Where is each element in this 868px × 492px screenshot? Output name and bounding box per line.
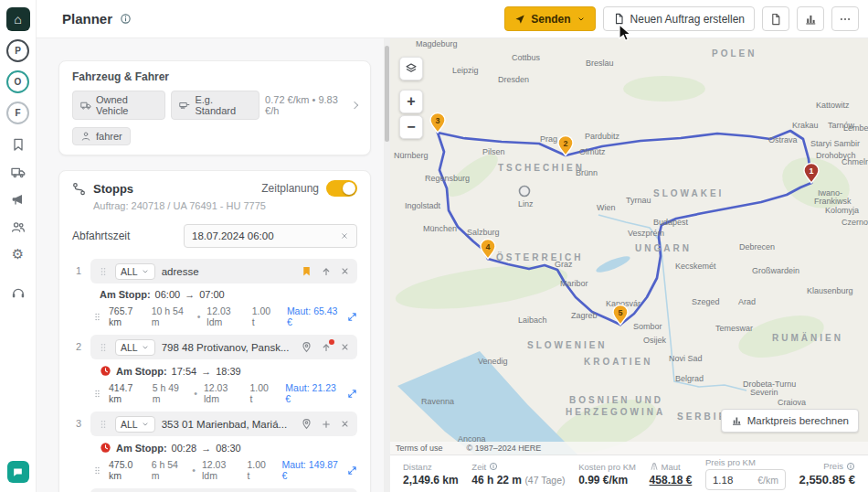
map-waypoint[interactable] [520, 187, 530, 197]
document-button[interactable] [762, 6, 789, 31]
stat-toll: Maut 458.18 € [650, 462, 693, 487]
time-extra: (47 Tage) [524, 475, 565, 486]
sidebar-item-team[interactable] [11, 219, 26, 234]
map-pin-icon[interactable] [301, 341, 312, 353]
drag-handle-icon [92, 465, 102, 476]
report-button[interactable] [797, 6, 824, 31]
leg-toll[interactable]: Maut:21.23 € [285, 382, 341, 404]
price-per-km-input[interactable]: 1.18 €/km [705, 469, 786, 490]
route-icon [72, 182, 86, 196]
vehicle-rate[interactable]: 0.72 €/km • 9.83 €/h [265, 94, 357, 116]
stop-type-select[interactable]: ALL [115, 416, 155, 433]
app-sidebar: ⌂ P O F ⚙ [0, 0, 37, 492]
map-city-label: Krakau [792, 121, 819, 130]
vehicle-rate-label: 0.72 €/km • 9.83 €/h [265, 94, 348, 116]
map-pin-icon[interactable] [301, 418, 312, 430]
drag-handle-icon[interactable] [98, 419, 109, 430]
leg-duration: 5 h 49 m [153, 382, 188, 404]
map-city-label: Zagreb [571, 311, 598, 320]
avatar-o[interactable]: O [6, 70, 29, 93]
sidebar-item-announcements[interactable] [11, 192, 26, 207]
remove-stop-icon[interactable] [340, 266, 350, 276]
leg-toll[interactable]: Maut:65.43 € [287, 305, 341, 327]
cost-per-km-label: Kosten pro KM [578, 462, 636, 472]
am-stopp-label: Am Stopp: [100, 289, 151, 300]
departure-time-value: 18.07.2024 06:00 [192, 230, 274, 241]
map-country-label: UNGARN [635, 243, 692, 253]
sidebar-item-support[interactable] [11, 285, 26, 300]
time-label: Zeit [471, 462, 486, 472]
map-city-label: Ravenna [421, 397, 454, 406]
expand-icon[interactable] [347, 465, 357, 476]
more-options-button[interactable] [831, 6, 859, 31]
map-canvas[interactable]: MagdeburgCottbusLeipzigDresdenBreslauKat… [390, 38, 868, 455]
expand-icon[interactable] [347, 389, 357, 399]
info-icon[interactable] [846, 462, 855, 471]
add-icon[interactable] [321, 419, 332, 430]
vehicle-badge[interactable]: Owned Vehicle [72, 91, 165, 120]
zoom-out-button[interactable]: − [399, 115, 423, 139]
trailer-badge[interactable]: E.g. Standard [171, 91, 259, 120]
map-city-label: Sombor [633, 322, 662, 331]
stop-type-select[interactable]: ALL [115, 263, 155, 280]
sidebar-item-bookmarks[interactable] [11, 137, 26, 152]
am-stopp-label: Am Stopp: [116, 443, 167, 454]
arrow-up-icon [321, 342, 332, 353]
zeitplanung-toggle[interactable] [326, 180, 357, 197]
bookmark-icon[interactable] [301, 265, 312, 277]
map-city-label: Arad [738, 297, 756, 306]
avatar-p[interactable]: P [6, 39, 29, 62]
zoom-in-button[interactable]: + [399, 90, 423, 113]
remove-stop-icon[interactable] [340, 419, 350, 429]
avatar-f[interactable]: F [6, 102, 29, 124]
map-country-label: TSCHECHIEN [498, 163, 585, 173]
map-city-label: Ostrava [768, 135, 798, 144]
info-icon[interactable] [489, 462, 498, 471]
new-order-button[interactable]: Neuen Auftrag erstellen [603, 6, 755, 31]
dot-separator: • [192, 465, 196, 476]
stop-address-row[interactable]: ALL 8764 Pusterwald, Austria [90, 488, 357, 492]
arrow-up-icon[interactable] [321, 266, 332, 277]
drag-handle-icon[interactable] [98, 342, 109, 353]
stop-type-select[interactable]: ALL [115, 339, 155, 356]
person-icon [80, 131, 91, 142]
arrow-up-with-alert[interactable] [321, 342, 332, 353]
map-city-label: Staryi Sambir [810, 139, 860, 148]
stop-address-row[interactable]: ALL 798 48 Protivanov, Pansk... [90, 335, 357, 359]
stop-address-row[interactable]: ALL 353 01 Marienbad, Mariá... [90, 412, 357, 436]
marktpreis-button[interactable]: Marktpreis berechnen [721, 409, 859, 433]
senden-button[interactable]: Senden [504, 6, 595, 31]
leg-toll[interactable]: Maut:149.87 € [282, 459, 341, 481]
map-layers-button[interactable] [399, 57, 423, 80]
trailer-icon [179, 100, 190, 111]
stat-price-per-km: Preis pro KM 1.18 €/km [705, 457, 786, 490]
expand-icon[interactable] [347, 312, 357, 322]
map-city-label: Osijek [643, 336, 667, 345]
stop-address-row[interactable]: ALL adresse [90, 259, 357, 283]
info-icon[interactable] [120, 13, 132, 25]
ellipsis-icon [839, 13, 852, 26]
copyright-text: © 1987–2024 HERE [467, 444, 542, 453]
map-city-label: Breslau [586, 59, 614, 68]
stat-cost-per-km: Kosten pro KM 0.99 €/km [578, 462, 636, 487]
stop-item-1: 1 ALL adresse Am Stopp: 06 [72, 259, 357, 335]
road-icon [650, 462, 659, 471]
sidebar-item-fleet[interactable] [11, 165, 26, 179]
home-button[interactable]: ⌂ [6, 7, 30, 31]
drag-handle-icon[interactable] [98, 266, 109, 277]
terms-of-use-link[interactable]: Terms of use [396, 444, 443, 453]
stop-type-value: ALL [121, 419, 138, 430]
clear-icon[interactable] [340, 231, 349, 241]
maut-label: Maut: [282, 459, 306, 470]
sidebar-item-settings[interactable]: ⚙ [12, 247, 24, 262]
scrollbar-thumb[interactable] [385, 46, 389, 142]
departure-time-input[interactable]: 18.07.2024 06:00 [184, 224, 357, 248]
vehicle-driver-card: Fahrzeug & Fahrer Owned Vehicle E.g. Sta… [58, 60, 371, 155]
toll-value[interactable]: 458.18 € [650, 474, 693, 487]
order-reference: Auftrag: 240718 / UA 76491 - HU 7775 [93, 200, 357, 211]
panel-scrollbar[interactable] [384, 38, 390, 492]
support-chat-button[interactable] [7, 461, 29, 483]
driver-badge[interactable]: fahrer [72, 127, 131, 145]
map-container[interactable]: MagdeburgCottbusLeipzigDresdenBreslauKat… [390, 38, 868, 455]
remove-stop-icon[interactable] [340, 342, 350, 352]
